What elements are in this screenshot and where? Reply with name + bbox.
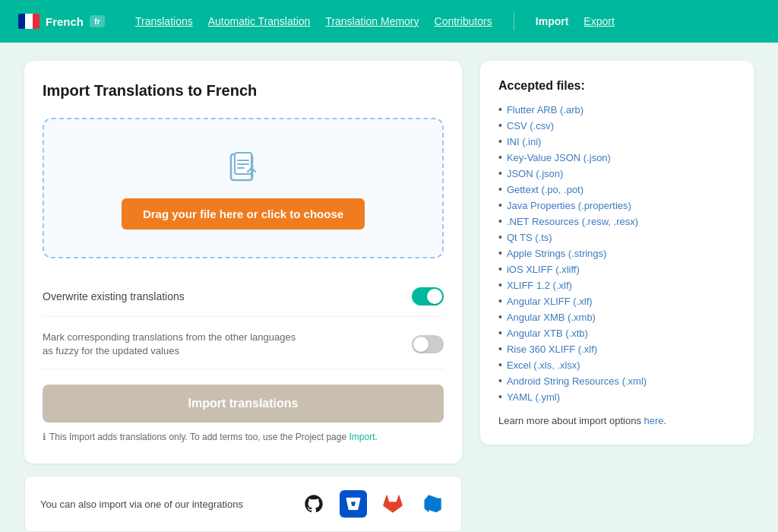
list-item: XLIFF 1.2 (.xlf): [498, 279, 735, 291]
list-item: Java Properties (.properties): [498, 199, 735, 211]
import-note-text: This Import adds translations only. To a…: [49, 432, 378, 442]
list-item: Gettext (.po, .pot): [498, 183, 735, 195]
azure-integration-icon[interactable]: [419, 490, 446, 518]
overwrite-toggle[interactable]: [412, 287, 444, 306]
list-item: INI (.ini): [498, 135, 735, 147]
choose-file-button[interactable]: Drag your file here or click to choose: [122, 198, 365, 230]
nav-import[interactable]: Import: [536, 15, 569, 27]
import-panel: Import Translations to French Drag your …: [24, 61, 462, 464]
accepted-files-panel: Accepted files: Flutter ARB (.arb) CSV (…: [480, 61, 754, 445]
import-note: ℹ This Import adds translations only. To…: [43, 432, 444, 442]
list-item: Rise 360 XLIFF (.xlf): [498, 343, 735, 355]
file-type-link[interactable]: JSON (.json): [507, 168, 563, 179]
list-item: Key-Value JSON (.json): [498, 151, 735, 163]
nav-translations[interactable]: Translations: [135, 15, 193, 27]
list-item: Apple Strings (.strings): [498, 247, 735, 259]
list-item: Angular XMB (.xmb): [498, 311, 735, 323]
nav-automatic-translation[interactable]: Automatic Translation: [208, 15, 311, 27]
fuzzy-toggle-knob: [413, 337, 429, 352]
language-code: fr: [90, 15, 105, 27]
main-content: Import Translations to French Drag your …: [0, 43, 778, 532]
import-button[interactable]: Import translations: [43, 385, 444, 423]
file-type-link[interactable]: Angular XTB (.xtb): [507, 328, 588, 339]
nav-contributors[interactable]: Contributors: [435, 15, 492, 27]
list-item: YAML (.yml): [498, 391, 735, 403]
file-type-link[interactable]: Angular XMB (.xmb): [507, 312, 596, 323]
list-item: JSON (.json): [498, 167, 735, 179]
accepted-files-title: Accepted files:: [498, 79, 735, 93]
file-type-link[interactable]: INI (.ini): [507, 136, 542, 147]
list-item: Excel (.xls, .xlsx): [498, 359, 735, 371]
file-type-link[interactable]: Java Properties (.properties): [507, 200, 631, 211]
file-type-link[interactable]: Gettext (.po, .pot): [507, 184, 584, 195]
list-item: Angular XLIFF (.xlf): [498, 295, 735, 307]
list-item: CSV (.csv): [498, 119, 735, 131]
overwrite-label: Overwrite existing translations: [43, 290, 185, 302]
file-type-link[interactable]: Rise 360 XLIFF (.xlf): [507, 344, 597, 355]
upload-icon: [225, 147, 261, 186]
overwrite-toggle-row: Overwrite existing translations: [43, 277, 444, 317]
file-type-link[interactable]: Qt TS (.ts): [507, 232, 552, 243]
file-type-link[interactable]: Android String Resources (.xml): [507, 375, 647, 387]
left-column: Import Translations to French Drag your …: [24, 61, 462, 532]
list-item: iOS XLIFF (.xliff): [498, 263, 735, 275]
nav-translation-memory[interactable]: Translation Memory: [325, 15, 419, 27]
fuzzy-label: Mark corresponding translations from the…: [43, 331, 296, 358]
list-item: Flutter ARB (.arb): [498, 103, 735, 116]
file-type-link[interactable]: Key-Value JSON (.json): [507, 152, 611, 163]
page-title: Import Translations to French: [43, 82, 444, 100]
list-item: Qt TS (.ts): [498, 231, 735, 243]
fuzzy-toggle-row: Mark corresponding translations from the…: [43, 320, 444, 369]
file-type-link[interactable]: CSV (.csv): [507, 120, 554, 131]
toggle-knob: [427, 289, 442, 304]
file-type-link[interactable]: Excel (.xls, .xlsx): [507, 359, 580, 371]
file-type-link[interactable]: .NET Resources (.resw, .resx): [507, 216, 638, 227]
file-type-link[interactable]: YAML (.yml): [507, 391, 560, 403]
brand-area: French fr: [18, 14, 105, 29]
file-type-link[interactable]: XLIFF 1.2 (.xlf): [507, 280, 572, 291]
gitlab-integration-icon[interactable]: [379, 490, 406, 518]
learn-more-text: Learn more about import options here.: [498, 415, 735, 426]
drop-zone[interactable]: Drag your file here or click to choose: [43, 118, 444, 258]
file-type-link[interactable]: Flutter ARB (.arb): [507, 104, 584, 116]
integrations-bar: You can also import via one of our integ…: [24, 476, 462, 532]
file-type-link[interactable]: Angular XLIFF (.xlf): [507, 296, 593, 307]
nav-divider: [514, 12, 514, 30]
language-name: French: [46, 15, 84, 28]
fuzzy-toggle[interactable]: [412, 335, 444, 353]
bitbucket-integration-icon[interactable]: [340, 490, 367, 518]
info-icon: ℹ: [43, 432, 46, 442]
nav-export[interactable]: Export: [584, 15, 614, 27]
integrations-text: You can also import via one of our integ…: [40, 499, 288, 510]
import-note-link[interactable]: Import: [349, 432, 375, 442]
github-integration-icon[interactable]: [300, 490, 327, 518]
list-item: Android String Resources (.xml): [498, 375, 735, 387]
main-nav: Translations Automatic Translation Trans…: [135, 12, 615, 30]
file-type-link[interactable]: iOS XLIFF (.xliff): [507, 264, 580, 275]
list-item: .NET Resources (.resw, .resx): [498, 215, 735, 227]
list-item: Angular XTB (.xtb): [498, 327, 735, 339]
file-type-list: Flutter ARB (.arb) CSV (.csv) INI (.ini)…: [498, 103, 735, 403]
learn-more-link[interactable]: here: [644, 415, 664, 426]
app-header: French fr Translations Automatic Transla…: [0, 0, 778, 43]
file-type-link[interactable]: Apple Strings (.strings): [507, 248, 607, 259]
flag-icon: [18, 14, 40, 29]
